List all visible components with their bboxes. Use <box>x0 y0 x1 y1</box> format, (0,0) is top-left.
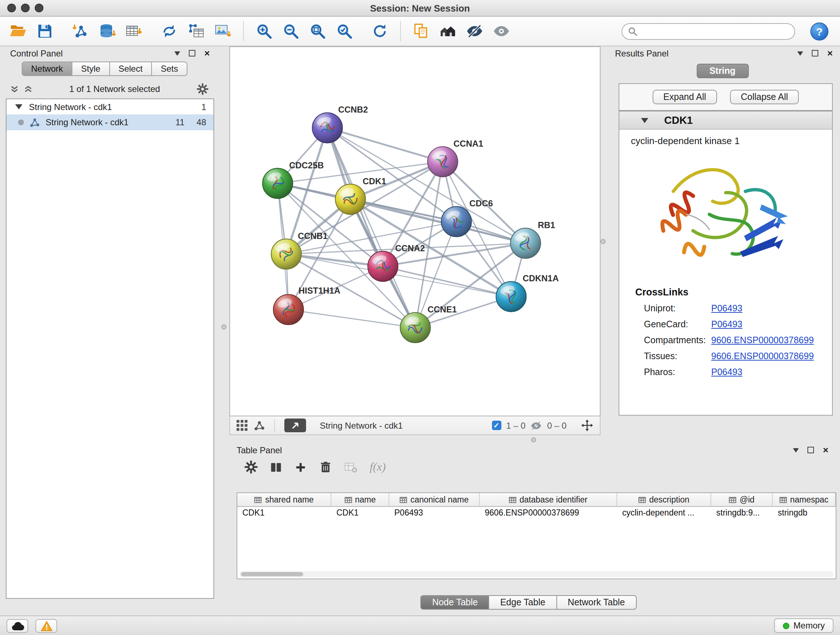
selected-checkbox[interactable]: ✓ <box>492 421 501 430</box>
import-database-icon[interactable] <box>98 22 117 41</box>
network-node-CCNA1[interactable]: CCNA1 <box>428 139 483 177</box>
close-window-icon[interactable] <box>7 4 16 12</box>
warnings-button[interactable] <box>35 619 57 632</box>
network-edge[interactable] <box>327 128 415 328</box>
network-collection-row[interactable]: String Network - cdk1 1 <box>6 99 213 114</box>
zoom-selected-icon[interactable] <box>335 22 354 41</box>
panel-close-icon[interactable]: × <box>204 49 210 58</box>
string-tab-badge[interactable]: String <box>696 64 748 78</box>
show-all-icon[interactable] <box>492 22 511 41</box>
disclosure-triangle-icon[interactable] <box>15 104 22 109</box>
column-header[interactable]: description <box>617 493 711 506</box>
results-actions-box: Expand All Collapse All <box>619 83 833 111</box>
table-cell[interactable]: cyclin-dependent ... <box>617 507 711 520</box>
gene-section-header[interactable]: CDK1 <box>619 111 832 130</box>
search-input[interactable] <box>641 26 789 36</box>
expand-all-icon[interactable] <box>24 84 33 93</box>
panel-float-icon[interactable] <box>812 50 819 57</box>
gear-icon[interactable] <box>197 83 208 95</box>
tab-network[interactable]: Network <box>22 62 73 76</box>
copy-document-icon[interactable] <box>412 22 431 41</box>
crosslink-link[interactable]: P06493 <box>711 303 742 314</box>
help-icon[interactable]: ? <box>810 22 829 40</box>
tab-network-table[interactable]: Network Table <box>556 595 636 610</box>
table-cell[interactable]: stringdb <box>773 507 836 520</box>
table-row[interactable]: CDK1 CDK1 P06493 9606.ENSP00000378699 cy… <box>237 507 836 520</box>
network-node-CCNE1[interactable]: CCNE1 <box>400 304 457 343</box>
tab-sets[interactable]: Sets <box>151 62 187 76</box>
home-networks-icon[interactable] <box>439 22 457 41</box>
table-cell[interactable]: P06493 <box>389 507 480 520</box>
network-node-CCNB1[interactable]: CCNB1 <box>271 231 328 269</box>
panel-menu-icon[interactable] <box>798 51 804 55</box>
column-header[interactable]: shared name <box>237 493 332 506</box>
crosslink-row: Tissues: 9606.ENSP00000378699 <box>619 348 832 364</box>
hidden-eye-icon[interactable] <box>531 421 542 430</box>
horizontal-splitter-handle[interactable] <box>531 437 536 442</box>
crosslink-link[interactable]: 9606.ENSP00000378699 <box>711 351 814 361</box>
open-session-icon[interactable] <box>9 22 27 41</box>
tab-select[interactable]: Select <box>109 62 152 76</box>
disclosure-triangle-icon[interactable] <box>641 118 648 123</box>
column-header[interactable]: @id <box>711 493 773 506</box>
save-session-icon[interactable] <box>35 22 54 41</box>
network-view-icon[interactable] <box>254 420 265 431</box>
export-image-icon[interactable] <box>213 22 232 41</box>
tab-edge-table[interactable]: Edge Table <box>489 595 557 610</box>
network-node-CDKN1A[interactable]: CDKN1A <box>496 273 559 312</box>
panel-close-icon[interactable]: × <box>827 49 833 58</box>
memory-button[interactable]: Memory <box>774 618 834 633</box>
network-node-HIST1H1A[interactable]: HIST1H1A <box>273 286 340 325</box>
collapse-all-icon[interactable] <box>10 84 19 93</box>
show-columns-icon[interactable] <box>270 461 282 473</box>
network-canvas[interactable]: CCNB2CCNA1CDC25BCDK1CDC6RB1CCNB1CCNA2CDK… <box>229 46 600 416</box>
zoom-in-icon[interactable] <box>255 22 273 41</box>
export-network-icon[interactable] <box>160 22 179 41</box>
hide-selected-icon[interactable] <box>465 22 484 41</box>
panel-close-icon[interactable]: × <box>823 445 829 455</box>
zoom-window-icon[interactable] <box>35 4 43 12</box>
network-node-CDC25B[interactable]: CDC25B <box>263 160 324 199</box>
import-network-icon[interactable] <box>71 22 90 41</box>
panel-float-icon[interactable] <box>189 50 196 57</box>
zoom-fit-icon[interactable] <box>308 22 327 41</box>
network-edge[interactable] <box>288 310 415 328</box>
panel-menu-icon[interactable] <box>175 51 180 55</box>
import-table-icon[interactable] <box>125 22 143 41</box>
column-header[interactable]: namespac <box>773 493 836 506</box>
column-header[interactable]: database identifier <box>480 493 617 506</box>
minimize-window-icon[interactable] <box>21 4 30 12</box>
zoom-out-icon[interactable] <box>281 22 300 41</box>
tab-node-table[interactable]: Node Table <box>421 595 489 610</box>
grid-view-icon[interactable] <box>237 420 248 431</box>
network-row-selected[interactable]: String Network - cdk1 11 48 <box>6 114 213 130</box>
network-graph[interactable]: CCNB2CCNA1CDC25BCDK1CDC6RB1CCNB1CCNA2CDK… <box>230 47 600 416</box>
network-edge[interactable] <box>327 128 443 162</box>
network-node-RB1[interactable]: RB1 <box>510 220 555 258</box>
table-cell[interactable]: stringdb:9... <box>711 507 773 520</box>
scrollbar-thumb[interactable] <box>241 572 303 576</box>
network-node-CDK1[interactable]: CDK1 <box>335 176 386 215</box>
birdseye-view-button[interactable] <box>284 418 306 432</box>
table-settings-gear-icon[interactable] <box>245 461 257 473</box>
crosslink-link[interactable]: P06493 <box>711 319 742 329</box>
column-header[interactable]: name <box>332 493 389 506</box>
crosslink-link[interactable]: P06493 <box>711 367 742 377</box>
refresh-view-icon[interactable] <box>370 22 389 41</box>
expand-all-button[interactable]: Expand All <box>653 90 717 104</box>
table-cell[interactable]: CDK1 <box>237 507 332 520</box>
add-column-icon[interactable] <box>294 461 307 473</box>
tab-style[interactable]: Style <box>72 62 110 76</box>
column-header[interactable]: canonical name <box>389 493 480 506</box>
collapse-all-button[interactable]: Collapse All <box>730 90 799 104</box>
table-cell[interactable]: CDK1 <box>332 507 389 520</box>
delete-column-icon[interactable] <box>319 461 332 473</box>
pan-move-icon[interactable] <box>581 419 593 432</box>
table-cell[interactable]: 9606.ENSP00000378699 <box>480 507 617 520</box>
cloud-status-button[interactable] <box>6 619 28 632</box>
panel-menu-icon[interactable] <box>793 448 799 452</box>
export-table-icon[interactable] <box>187 22 205 41</box>
crosslink-link[interactable]: 9606.ENSP00000378699 <box>711 335 814 345</box>
panel-float-icon[interactable] <box>808 447 814 453</box>
left-splitter-handle[interactable] <box>221 325 226 329</box>
